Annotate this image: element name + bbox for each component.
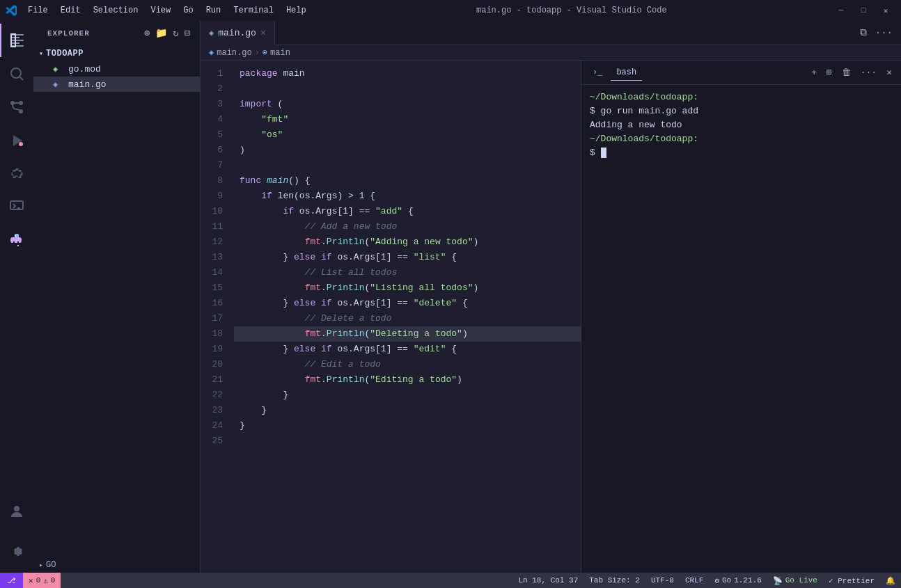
minimize-button[interactable]: ─ [831, 3, 851, 17]
terminal-header: ›_ bash + ⊞ 🗑 ··· ✕ [581, 61, 901, 85]
breadcrumb-file[interactable]: main.go [217, 48, 251, 58]
vscode-logo [6, 5, 17, 16]
activity-extensions[interactable] [0, 157, 33, 191]
terminal-line-4: ~/Downloads/todoapp: [590, 132, 893, 146]
window-title: main.go - todoapp - Visual Studio Code [312, 6, 831, 15]
file-item-gomod[interactable]: ◈ go.mod [33, 61, 200, 77]
code-line-22: } [234, 388, 581, 403]
code-lines: package main import ( "fmt" "os" ) func … [234, 61, 581, 573]
activity-search[interactable] [0, 57, 33, 90]
file-item-maingo[interactable]: ◈ main.go [33, 77, 200, 92]
svg-point-6 [19, 142, 23, 146]
new-folder-button[interactable]: 📁 [154, 26, 169, 40]
warning-icon: ⚠ [43, 576, 48, 585]
kill-terminal-button[interactable]: 🗑 [838, 65, 854, 80]
tab-close-button[interactable]: ✕ [260, 28, 266, 38]
prettier-item[interactable]: ✓ Prettier [823, 573, 880, 588]
breadcrumb-symbol[interactable]: main [270, 48, 290, 58]
terminal-body[interactable]: ~/Downloads/todoapp: $ go run main.go ad… [581, 85, 901, 573]
tab-filename: main.go [218, 28, 256, 38]
errors-warnings-item[interactable]: ✕ 0 ⚠ 0 [23, 573, 61, 588]
new-file-button[interactable]: ⊕ [143, 26, 151, 40]
menu-view[interactable]: View [145, 4, 176, 17]
titlebar: File Edit Selection View Go Run Terminal… [0, 0, 901, 21]
git-branch-item[interactable]: ⎇ [0, 573, 23, 588]
code-line-21: fmt.Println("Editing a todo") [234, 372, 581, 388]
menu-go[interactable]: Go [178, 4, 198, 17]
code-line-20: // Edit a todo [234, 357, 581, 372]
code-line-15: fmt.Println("Listing all todos") [234, 280, 581, 296]
terminal-tab-bash-label[interactable]: bash [611, 65, 642, 81]
folder-name: TODOAPP [46, 49, 84, 58]
split-terminal-button[interactable]: ⊞ [823, 65, 836, 80]
code-editor[interactable]: 1 2 3 4 5 6 7 8 9 10 11 12 13 14 [201, 61, 581, 573]
go-section-arrow: ▸ [39, 561, 43, 569]
more-terminal-button[interactable]: ··· [857, 65, 880, 80]
activity-account[interactable] [0, 495, 33, 528]
code-line-5: "os" [234, 127, 581, 143]
notifications-item[interactable]: 🔔 [880, 573, 901, 588]
activity-source-control[interactable] [0, 90, 33, 124]
breadcrumb-symbol-icon: ⊕ [263, 47, 267, 58]
activity-explorer[interactable] [0, 24, 33, 57]
maximize-button[interactable]: □ [854, 3, 873, 17]
encoding-item[interactable]: UTF-8 [645, 573, 680, 588]
mod-file-icon: ◈ [53, 63, 64, 74]
code-line-2 [234, 81, 581, 97]
split-editor-button[interactable]: ⧉ [857, 24, 870, 41]
menu-help[interactable]: Help [281, 4, 312, 17]
line-ending-item[interactable]: CRLF [680, 573, 709, 588]
status-bar: ⎇ ✕ 0 ⚠ 0 Ln 18, Col 37 Tab Size: 2 UTF-… [0, 573, 901, 588]
error-icon: ✕ [29, 576, 33, 585]
code-line-16: } else if os.Args[1] == "delete" { [234, 296, 581, 311]
menu-selection[interactable]: Selection [88, 4, 144, 17]
git-branch-icon: ⎇ [7, 576, 16, 585]
code-line-8: func main() { [234, 173, 581, 189]
activity-python[interactable] [0, 224, 33, 257]
refresh-button[interactable]: ↻ [171, 26, 180, 40]
close-terminal-button[interactable]: ✕ [883, 65, 895, 80]
menu-run[interactable]: Run [201, 4, 227, 17]
svg-point-4 [19, 101, 23, 105]
terminal-cursor [601, 148, 606, 158]
code-line-17: // Delete a todo [234, 311, 581, 326]
code-line-24: } [234, 418, 581, 434]
language-icon: ⚙ [714, 576, 719, 585]
new-folder-icon[interactable]: 📁 [184, 48, 194, 58]
code-line-23: } [234, 403, 581, 418]
more-actions-button[interactable]: ··· [872, 24, 895, 41]
activity-remote[interactable] [0, 191, 33, 224]
language-item[interactable]: ⚙ Go 1.21.6 [709, 573, 767, 588]
breadcrumb-go-icon: ◈ [209, 47, 214, 58]
svg-point-9 [17, 245, 19, 246]
folder-header-todoapp[interactable]: ▾ TODOAPP ⊕ 📁 [33, 45, 200, 61]
activity-settings[interactable] [0, 534, 33, 567]
collapse-button[interactable]: ⊟ [183, 26, 191, 40]
new-terminal-button[interactable]: + [808, 65, 820, 80]
close-button[interactable]: ✕ [876, 3, 895, 17]
new-file-icon[interactable]: ⊕ [176, 48, 181, 58]
editor-terminal-split: 1 2 3 4 5 6 7 8 9 10 11 12 13 14 [201, 61, 901, 573]
menu-file[interactable]: File [22, 4, 54, 17]
code-line-12: fmt.Println("Adding a new todo") [234, 235, 581, 250]
tab-size-item[interactable]: Tab Size: 2 [583, 573, 645, 588]
sidebar-header: EXPLORER ⊕ 📁 ↻ ⊟ [33, 21, 200, 45]
terminal-header-actions: + ⊞ 🗑 ··· ✕ [808, 65, 895, 80]
terminal-tab-bash[interactable]: ›_ [587, 65, 608, 80]
menu-terminal[interactable]: Terminal [228, 4, 279, 17]
main-layout: EXPLORER ⊕ 📁 ↻ ⊟ ▾ TODOAPP ⊕ 📁 ◈ go.mod [0, 21, 901, 573]
prettier-label: ✓ Prettier [829, 576, 875, 585]
terminal-bash-label: bash [616, 67, 636, 77]
tab-maingo[interactable]: ◈ main.go ✕ [201, 21, 275, 45]
svg-point-8 [15, 235, 16, 237]
activity-run-debug[interactable] [0, 124, 33, 157]
sidebar: EXPLORER ⊕ 📁 ↻ ⊟ ▾ TODOAPP ⊕ 📁 ◈ go.mod [33, 21, 201, 573]
go-section[interactable]: ▸ GO [33, 557, 200, 573]
code-line-9: if len(os.Args) > 1 { [234, 189, 581, 204]
sidebar-title: EXPLORER [47, 29, 90, 38]
go-live-item[interactable]: 📡 Go Live [767, 573, 823, 588]
cursor-position-item[interactable]: Ln 18, Col 37 [512, 573, 583, 588]
menu-edit[interactable]: Edit [55, 4, 86, 17]
code-line-1: package main [234, 66, 581, 81]
code-content: 1 2 3 4 5 6 7 8 9 10 11 12 13 14 [201, 61, 581, 573]
